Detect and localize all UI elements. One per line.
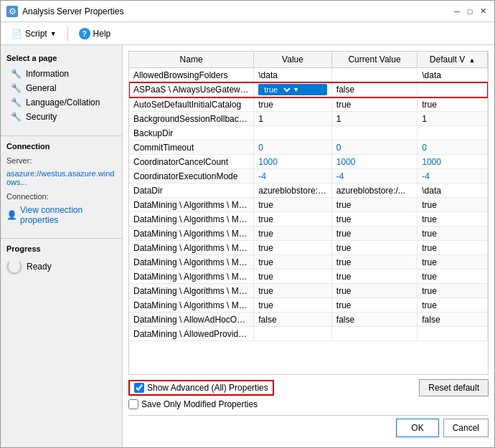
cell-current: false: [331, 82, 417, 97]
table-row[interactable]: DataMining \ Algorithms \ Microso...true…: [129, 284, 488, 298]
page-icon: 🔧: [11, 97, 22, 108]
window-title: Analysis Server Properties: [22, 6, 447, 16]
cell-value: true: [254, 97, 332, 112]
cell-current: 1: [331, 112, 417, 126]
server-value: asazure://westus.asazure.windows...: [1, 168, 122, 189]
table-row[interactable]: DataDirazureblobstore:/...azureblobstore…: [129, 184, 488, 198]
cell-current: [331, 126, 417, 140]
table-row[interactable]: CoordinatorCancelCount100010001000: [129, 155, 488, 169]
cell-default: true: [418, 284, 488, 298]
sidebar-item-security[interactable]: 🔧 Security: [1, 110, 122, 124]
cell-default: [418, 82, 488, 97]
save-modified-checkbox[interactable]: [128, 399, 138, 409]
cell-current: [331, 68, 417, 82]
cell-value: \data: [254, 68, 332, 82]
table-row[interactable]: DataMining \ Algorithms \ Microso...true…: [129, 198, 488, 212]
col-header-current: Current Value: [331, 52, 417, 68]
cell-value: 1000: [254, 155, 332, 169]
window-icon: ⚙: [6, 6, 18, 17]
table-row[interactable]: AutoSetDefaultInitialCatalogtruetruetrue: [129, 97, 488, 112]
close-button[interactable]: ✕: [477, 6, 489, 17]
main-window: ⚙ Analysis Server Properties ─ □ ✕ 📄 Scr…: [0, 0, 495, 448]
ok-button[interactable]: OK: [396, 419, 438, 437]
cell-default: true: [418, 270, 488, 284]
toolbar: 📄 Script ▼ ? Help: [1, 22, 494, 45]
toolbar-separator: [67, 27, 68, 41]
cell-value: true: [254, 212, 332, 227]
sidebar-item-language-collation[interactable]: 🔧 Language/Collation: [1, 95, 122, 110]
cell-value: false: [254, 313, 332, 327]
table-row[interactable]: BackupDir: [129, 126, 488, 140]
table-row[interactable]: DataMining \ Algorithms \ Microso...true…: [129, 227, 488, 241]
cell-name: DataMining \ Algorithms \ Microso...: [129, 241, 254, 255]
view-connection-properties-link[interactable]: 👤 View connection properties: [1, 204, 122, 227]
maximize-button[interactable]: □: [464, 6, 476, 17]
cell-default: 0: [418, 140, 488, 155]
table-scroll[interactable]: Name Value Current Value Default V: [129, 52, 488, 374]
ready-label: Ready: [27, 262, 52, 272]
sidebar-item-general[interactable]: 🔧 General: [1, 81, 122, 95]
table-row[interactable]: CommitTimeout000: [129, 140, 488, 155]
select-page-title: Select a page: [1, 51, 122, 67]
cell-value: -4: [254, 169, 332, 184]
progress-section-title: Progress: [1, 238, 122, 256]
show-advanced-checkbox-container: Show Advanced (All) Properties: [128, 380, 274, 396]
cell-value: [254, 126, 332, 140]
cell-default: \data: [418, 68, 488, 82]
cell-default: 1: [418, 112, 488, 126]
table-row[interactable]: DataMining \ Algorithms \ Microso...true…: [129, 241, 488, 255]
table-row[interactable]: DataMining \ Algorithms \ Microso...true…: [129, 298, 488, 313]
save-modified-label[interactable]: Save Only Modified Properties: [128, 399, 258, 409]
sidebar-item-information[interactable]: 🔧 Information: [1, 67, 122, 81]
cell-default: false: [418, 313, 488, 327]
cell-current: true: [331, 284, 417, 298]
table-row[interactable]: CoordinatorExecutionMode-4-4-4: [129, 169, 488, 184]
cell-value: true: [254, 298, 332, 313]
cell-current: -4: [331, 169, 417, 184]
footer-bottom: OK Cancel: [128, 415, 489, 437]
ready-status: Ready: [1, 256, 122, 277]
sidebar: Select a page 🔧 Information 🔧 General 🔧 …: [1, 45, 123, 447]
server-label: Server:: [1, 153, 122, 168]
cancel-button[interactable]: Cancel: [443, 419, 489, 437]
cell-default: [418, 327, 488, 341]
footer-row-1: Show Advanced (All) Properties Reset def…: [128, 379, 489, 396]
cell-name: DataMining \ AllowAdHocOpenRo...: [129, 313, 254, 327]
cell-current: true: [331, 298, 417, 313]
table-row[interactable]: DataMining \ Algorithms \ Microso...true…: [129, 212, 488, 227]
cell-default: true: [418, 97, 488, 112]
cell-default: -4: [418, 169, 488, 184]
cell-name: BackupDir: [129, 126, 254, 140]
table-row[interactable]: DataMining \ AllowAdHocOpenRo...falsefal…: [129, 313, 488, 327]
cell-current: true: [331, 97, 417, 112]
help-button[interactable]: ? Help: [74, 26, 116, 42]
cell-default: true: [418, 198, 488, 212]
show-advanced-checkbox[interactable]: [134, 383, 144, 393]
cell-current: false: [331, 313, 417, 327]
minimize-button[interactable]: ─: [451, 6, 463, 17]
table-row[interactable]: DataMining \ Algorithms \ Microso...true…: [129, 270, 488, 284]
value-dropdown[interactable]: truefalse: [261, 85, 293, 95]
page-icon: 🔧: [11, 83, 22, 93]
cell-default: true: [418, 241, 488, 255]
reset-default-button[interactable]: Reset default: [419, 379, 489, 396]
table-row[interactable]: BackgroundSessionRollbackBatc...111: [129, 112, 488, 126]
cell-name: ASPaaS \ AlwaysUseGateway: [129, 82, 254, 97]
table-row[interactable]: AllowedBrowsingFolders\data\data: [129, 68, 488, 82]
properties-table: Name Value Current Value Default V: [129, 52, 488, 341]
cell-value[interactable]: truefalse▼: [254, 82, 332, 97]
table-row[interactable]: DataMining \ Algorithms \ Microso...true…: [129, 255, 488, 270]
script-icon: 📄: [11, 29, 22, 39]
script-button[interactable]: 📄 Script ▼: [6, 27, 62, 41]
show-advanced-label[interactable]: Show Advanced (All) Properties: [134, 383, 268, 393]
cell-name: DataMining \ Algorithms \ Microso...: [129, 284, 254, 298]
footer: Show Advanced (All) Properties Reset def…: [128, 375, 489, 442]
cell-current: true: [331, 227, 417, 241]
table-row[interactable]: ASPaaS \ AlwaysUseGatewaytruefalse▼false: [129, 82, 488, 97]
cell-name: DataMining \ Algorithms \ Microso...: [129, 298, 254, 313]
col-header-name: Name: [129, 52, 254, 68]
script-dropdown-icon: ▼: [50, 30, 57, 37]
cell-default: 1000: [418, 155, 488, 169]
table-row[interactable]: DataMining \ AllowedProvidersInO...: [129, 327, 488, 341]
main-area: Select a page 🔧 Information 🔧 General 🔧 …: [1, 45, 494, 447]
